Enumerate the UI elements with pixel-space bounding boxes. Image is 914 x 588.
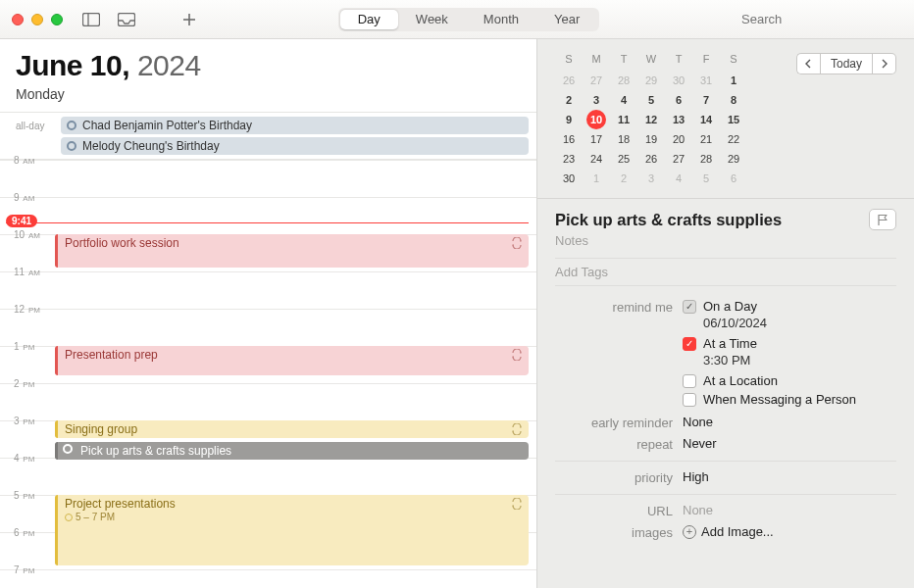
- minical-day[interactable]: 3: [583, 90, 610, 110]
- minical-day[interactable]: 5: [637, 90, 665, 110]
- minical-day[interactable]: 9: [555, 110, 583, 129]
- minical-day[interactable]: 6: [720, 169, 747, 188]
- calendar-event[interactable]: Project presentations5 – 7 PM: [55, 495, 529, 565]
- all-day-event[interactable]: Chad Benjamin Potter's Birthday: [61, 117, 529, 134]
- next-month-button[interactable]: [873, 53, 896, 74]
- minical-day[interactable]: 20: [665, 129, 692, 149]
- minical-day[interactable]: 25: [610, 149, 637, 169]
- minical-weekday-header: M: [583, 53, 610, 71]
- minical-day[interactable]: 10: [586, 110, 606, 129]
- remind-me-label: remind me: [555, 299, 683, 315]
- flag-button[interactable]: [869, 209, 896, 230]
- minical-day[interactable]: 3: [637, 169, 665, 188]
- calendar-color-dot-icon: [67, 141, 76, 151]
- timeline[interactable]: 8 AM9 AM10 AM11 AM12 PM1 PM2 PM3 PM4 PM5…: [0, 160, 536, 588]
- minical-day[interactable]: 5: [692, 169, 720, 188]
- at-a-location-checkbox[interactable]: [683, 374, 696, 388]
- minical-day[interactable]: 28: [692, 149, 720, 169]
- at-a-time-value[interactable]: 3:30 PM: [703, 353, 896, 368]
- minical-day[interactable]: 1: [720, 71, 747, 90]
- search-input[interactable]: [741, 12, 906, 26]
- view-month-tab[interactable]: Month: [466, 10, 536, 29]
- minical-day[interactable]: 7: [692, 90, 720, 110]
- inbox-icon[interactable]: [114, 9, 139, 30]
- svg-rect-0: [83, 13, 100, 25]
- hour-label: 11 AM: [14, 267, 40, 277]
- when-messaging-label: When Messaging a Person: [703, 392, 856, 407]
- when-messaging-checkbox[interactable]: [683, 393, 696, 407]
- minical-day[interactable]: 1: [583, 169, 610, 188]
- tags-field[interactable]: Add Tags: [555, 265, 896, 279]
- early-reminder-label: early reminder: [555, 415, 683, 430]
- view-day-tab[interactable]: Day: [340, 10, 398, 29]
- on-a-day-checkbox[interactable]: ✓: [683, 300, 696, 314]
- minical-day[interactable]: 4: [665, 169, 692, 188]
- minical-day[interactable]: 23: [555, 149, 583, 169]
- view-week-tab[interactable]: Week: [398, 10, 466, 29]
- add-image-button[interactable]: + Add Image...: [683, 524, 896, 539]
- page-title: June 10, 2024: [16, 49, 521, 82]
- minical-day[interactable]: 26: [555, 71, 583, 90]
- repeat-value[interactable]: Never: [683, 436, 896, 451]
- minical-weekday-header: S: [555, 53, 583, 71]
- calendar-event[interactable]: Presentation prep: [55, 346, 529, 375]
- minical-day[interactable]: 8: [720, 90, 747, 110]
- early-reminder-value[interactable]: None: [683, 415, 896, 429]
- minical-day[interactable]: 27: [583, 71, 610, 90]
- minical-day[interactable]: 24: [583, 149, 610, 169]
- calendar-event[interactable]: Portfolio work session: [55, 234, 529, 268]
- notes-field[interactable]: Notes: [555, 233, 896, 248]
- zoom-window-button[interactable]: [51, 14, 63, 25]
- add-event-icon[interactable]: [177, 9, 202, 30]
- minical-weekday-header: S: [720, 53, 747, 71]
- minical-day[interactable]: 4: [610, 90, 637, 110]
- minical-day[interactable]: 30: [555, 169, 583, 188]
- hour-label: 9 AM: [14, 192, 34, 203]
- repeat-icon: [511, 423, 523, 435]
- images-label: images: [555, 524, 683, 540]
- repeat-label: repeat: [555, 436, 683, 452]
- all-day-event[interactable]: Melody Cheung's Birthday: [61, 137, 529, 155]
- minical-day[interactable]: 2: [555, 90, 583, 110]
- minical-day[interactable]: 29: [637, 71, 665, 90]
- search-field[interactable]: [736, 12, 902, 26]
- calendar-event[interactable]: Singing group: [55, 420, 529, 438]
- minical-day[interactable]: 16: [555, 129, 583, 149]
- minical-day[interactable]: 22: [720, 129, 747, 149]
- minical-day[interactable]: 29: [720, 149, 747, 169]
- calendar-event[interactable]: Pick up arts & crafts supplies: [55, 442, 529, 460]
- minical-day[interactable]: 30: [665, 71, 692, 90]
- minical-day[interactable]: 13: [665, 110, 692, 129]
- reminder-title[interactable]: Pick up arts & crafts supplies: [555, 211, 896, 229]
- minical-day[interactable]: 11: [610, 110, 637, 129]
- on-a-day-label: On a Day: [703, 299, 757, 314]
- minical-day[interactable]: 6: [665, 90, 692, 110]
- on-a-day-value[interactable]: 06/10/2024: [703, 316, 896, 330]
- hour-label: 5 PM: [14, 490, 34, 501]
- priority-value[interactable]: High: [683, 469, 896, 484]
- prev-month-button[interactable]: [796, 53, 820, 74]
- minimize-window-button[interactable]: [31, 14, 43, 25]
- minical-day[interactable]: 19: [637, 129, 665, 149]
- calendar-color-dot-icon: [67, 121, 76, 130]
- minical-day[interactable]: 2: [610, 169, 637, 188]
- minical-day[interactable]: 15: [720, 110, 747, 129]
- minical-day[interactable]: 27: [665, 149, 692, 169]
- minical-day[interactable]: 17: [583, 129, 610, 149]
- at-a-time-checkbox[interactable]: ✓: [683, 337, 696, 351]
- at-a-time-label: At a Time: [703, 336, 757, 351]
- sidebar-toggle-icon[interactable]: [78, 9, 104, 30]
- minical-day[interactable]: 12: [637, 110, 665, 129]
- minical-weekday-header: F: [692, 53, 720, 71]
- view-year-tab[interactable]: Year: [536, 10, 597, 29]
- minical-day[interactable]: 31: [692, 71, 720, 90]
- minical-day[interactable]: 28: [610, 71, 637, 90]
- minical-day[interactable]: 21: [692, 129, 720, 149]
- hour-label: 2 PM: [14, 378, 34, 389]
- minical-day[interactable]: 18: [610, 129, 637, 149]
- today-button[interactable]: Today: [820, 53, 873, 74]
- minical-day[interactable]: 14: [692, 110, 720, 129]
- minical-day[interactable]: 26: [637, 149, 665, 169]
- url-value[interactable]: None: [683, 503, 896, 517]
- close-window-button[interactable]: [12, 14, 24, 25]
